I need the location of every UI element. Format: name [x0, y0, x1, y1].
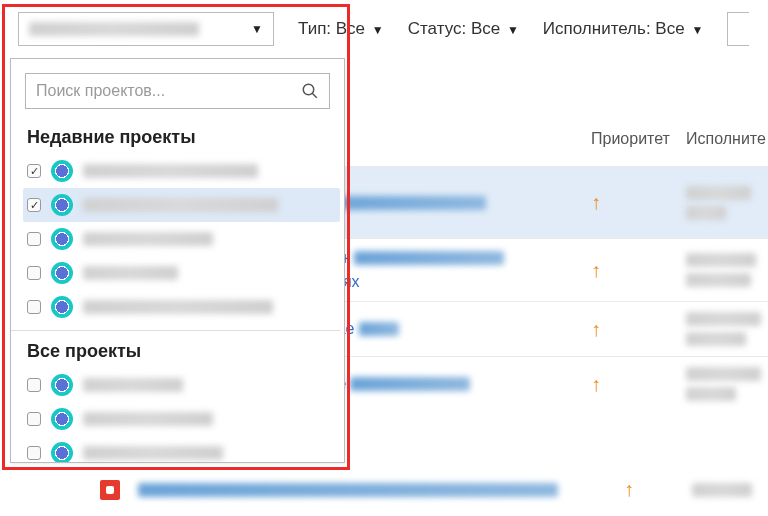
col-assignee[interactable]: Исполните	[686, 130, 768, 148]
project-list-item[interactable]	[23, 222, 340, 256]
project-name	[83, 378, 183, 392]
project-checkbox[interactable]	[27, 232, 41, 246]
table-row[interactable]: жае↑	[320, 301, 768, 356]
task-assignee	[686, 186, 751, 200]
filter-type[interactable]: Тип: Все ▼	[298, 19, 384, 39]
project-current-value	[29, 22, 199, 36]
project-list-item[interactable]	[23, 256, 340, 290]
project-avatar-icon	[51, 408, 73, 430]
project-checkbox[interactable]	[27, 300, 41, 314]
project-list-item[interactable]	[23, 402, 340, 436]
task-link[interactable]	[326, 196, 486, 210]
stop-icon	[100, 480, 120, 500]
project-list-item[interactable]	[23, 188, 340, 222]
caret-down-icon: ▼	[372, 23, 384, 37]
project-checkbox[interactable]	[27, 266, 41, 280]
project-list-item[interactable]	[23, 436, 340, 462]
project-group-label: Недавние проекты	[23, 117, 340, 154]
task-link[interactable]	[354, 251, 504, 265]
project-checkbox[interactable]	[27, 164, 41, 178]
project-checkbox[interactable]	[27, 198, 41, 212]
project-avatar-icon	[51, 374, 73, 396]
project-search[interactable]	[25, 73, 330, 109]
project-name	[83, 412, 213, 426]
project-list-item[interactable]	[23, 154, 340, 188]
filter-assignee[interactable]: Исполнитель: Все ▼	[543, 19, 703, 39]
task-link[interactable]	[359, 322, 399, 336]
project-checkbox[interactable]	[27, 412, 41, 426]
project-list-item[interactable]	[23, 290, 340, 324]
project-group-label: Все проекты	[23, 331, 340, 368]
caret-down-icon: ▼	[507, 23, 519, 37]
task-title-fragment: сиях	[326, 273, 591, 291]
task-assignee	[686, 332, 746, 346]
task-table: Приоритет Исполните ↑ваксиях↑жае↑ые↑	[320, 120, 768, 411]
filter-assignee-label: Исполнитель: Все	[543, 19, 685, 38]
task-assignee	[686, 387, 736, 401]
task-assignee	[686, 206, 726, 220]
task-link[interactable]	[350, 377, 470, 391]
filter-status[interactable]: Статус: Все ▼	[408, 19, 519, 39]
project-list-item[interactable]	[23, 368, 340, 402]
priority-up-icon: ↑	[624, 478, 634, 501]
table-row[interactable]: ↑	[100, 478, 752, 501]
table-row[interactable]: ↑	[320, 166, 768, 238]
project-name	[83, 164, 258, 178]
project-name	[83, 198, 278, 212]
task-assignee	[692, 483, 752, 497]
task-link[interactable]	[138, 483, 558, 497]
task-assignee	[686, 273, 751, 287]
search-icon	[301, 82, 319, 100]
project-dropdown: Недавние проектыВсе проекты	[10, 58, 345, 463]
task-assignee	[686, 367, 761, 381]
project-name	[83, 446, 223, 460]
table-header: Приоритет Исполните	[320, 120, 768, 166]
project-checkbox[interactable]	[27, 446, 41, 460]
project-name	[83, 232, 213, 246]
filter-type-label: Тип: Все	[298, 19, 365, 38]
caret-down-icon: ▼	[251, 22, 263, 36]
project-list-scroll[interactable]: Недавние проектыВсе проекты	[11, 115, 344, 462]
priority-up-icon: ↑	[591, 259, 601, 281]
project-selector[interactable]: ▼	[18, 12, 274, 46]
project-avatar-icon	[51, 228, 73, 250]
filter-status-label: Статус: Все	[408, 19, 500, 38]
project-name	[83, 300, 273, 314]
svg-point-0	[303, 84, 314, 95]
svg-line-1	[312, 93, 317, 98]
priority-up-icon: ↑	[591, 373, 601, 395]
caret-down-icon: ▼	[691, 23, 703, 37]
project-avatar-icon	[51, 442, 73, 462]
project-avatar-icon	[51, 262, 73, 284]
search-input[interactable]	[36, 82, 301, 100]
table-row[interactable]: ые↑	[320, 356, 768, 411]
project-name	[83, 266, 178, 280]
project-avatar-icon	[51, 296, 73, 318]
priority-up-icon: ↑	[591, 191, 601, 213]
truncated-control	[727, 12, 749, 46]
task-assignee	[686, 253, 756, 267]
project-avatar-icon	[51, 160, 73, 182]
project-avatar-icon	[51, 194, 73, 216]
priority-up-icon: ↑	[591, 318, 601, 340]
task-assignee	[686, 312, 761, 326]
table-row[interactable]: ваксиях↑	[320, 238, 768, 301]
col-priority[interactable]: Приоритет	[591, 130, 686, 148]
project-checkbox[interactable]	[27, 378, 41, 392]
